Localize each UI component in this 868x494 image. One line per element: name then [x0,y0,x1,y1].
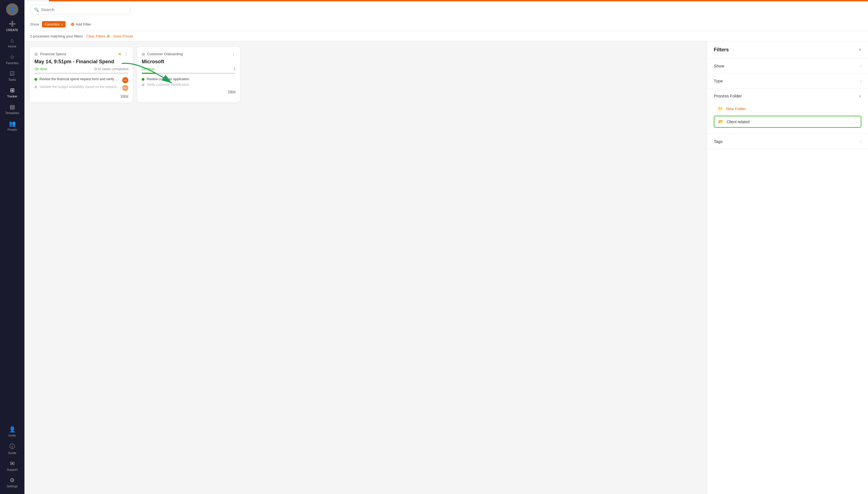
card-status-row: On time 0/10 tasks completed [34,67,128,71]
sidebar: 👤 ➕ CREATE ⌂ Home ☆ Favorites ☑ Tasks ⊞ … [0,0,24,494]
invite-icon: 👤 [9,426,16,433]
support-icon: ✉ [10,460,15,467]
sidebar-item-tasks[interactable]: ☑ Tasks [2,68,22,83]
sidebar-item-settings[interactable]: ⚙ Settings [2,475,22,490]
filter-row: Show Favorites × ⊕ Add Filter [30,18,863,31]
process-card: ⊞ Customer Onboarding ⋮ Microsoft On tim… [137,47,240,102]
progress-fill [142,73,156,74]
sidebar-item-label: Settings [7,484,18,488]
card-main-title: May 14, 9:51pm - Financial Spend [34,59,128,65]
sidebar-item-support[interactable]: ✉ Support [2,458,22,473]
tracker-icon: ⊞ [10,87,15,94]
folder-name: Client related [727,120,853,124]
card-actions: ⋮ [231,51,236,57]
filter-section-tags-header[interactable]: Tags › [707,134,868,149]
folder-arrow-icon: › [856,120,857,124]
filter-tag-close[interactable]: × [61,23,63,26]
card-process-icon: ⊞ [142,52,145,56]
progress-bar [34,73,128,74]
sidebar-item-label: CREATE [6,28,18,32]
sidebar-item-create[interactable]: ➕ CREATE [2,18,22,34]
filter-section-label: Show [714,63,724,68]
filter-section-tags: Tags › [707,134,868,149]
task-item: Validate the budget availability based o… [34,85,128,91]
filter-section-content: 📁 New Folder 📂 Client related › [707,103,868,134]
filter-section-type-header[interactable]: Type › [707,74,868,88]
task-status-dot [142,78,144,81]
close-filters-button[interactable]: × [858,47,861,53]
avatar[interactable]: 👤 [6,3,18,16]
more-options-icon[interactable]: ⋮ [231,51,236,57]
status-label: On time [142,67,155,71]
view-link[interactable]: View [228,89,236,94]
task-text: Review customer application [147,77,236,81]
card-status-row: On time 1 [142,67,236,71]
search-input[interactable] [41,7,126,12]
save-preset-label: Save Preset [113,34,133,38]
task-text: Validate the budget availability based o… [39,85,120,89]
more-options-icon[interactable]: ⋮ [124,51,128,57]
folder-new-icon: 📁 [718,106,723,111]
sidebar-item-invite[interactable]: 👤 Invite [2,424,22,439]
sidebar-item-guide[interactable]: ⓘ Guide [2,440,22,457]
card-title-row: ⊞ Financial Spend [34,52,66,56]
sidebar-item-favorites[interactable]: ☆ Favorites [2,51,22,67]
task-text: Verify customer identification [147,83,236,87]
search-bar[interactable]: 🔍 [30,5,130,15]
sidebar-item-label: Tasks [8,78,16,81]
folder-item-new[interactable]: 📁 New Folder [714,103,861,114]
filter-section-type: Type › [707,74,868,89]
templates-icon: ▤ [10,103,15,110]
folder-item-client-related[interactable]: 📂 Client related › [714,116,861,128]
view-link[interactable]: View [121,94,128,98]
progress-bar [142,73,236,74]
star-icon: ☆ [10,54,15,60]
add-filter-button[interactable]: ⊕ Add Filter [68,21,93,28]
card-actions: ★ ⋮ [118,51,128,57]
people-icon: 👥 [9,120,16,127]
filter-section-label: Process Folder [714,94,742,98]
chevron-down-icon: ∨ [858,94,861,98]
plus-icon: ⊕ [71,22,74,27]
filter-tag-label: Favorites [45,22,59,26]
task-item: Review the financial spend request form … [34,77,128,83]
status-label: On time [34,67,47,71]
filters-panel: Filters × Show › Type › Process [707,41,868,494]
folder-icon: 📂 [718,119,724,124]
search-icon: 🔍 [34,7,39,12]
task-item: Review customer application [142,77,236,81]
sidebar-item-label: Templates [5,111,19,115]
filter-section-show-header[interactable]: Show › [707,59,868,73]
content-wrapper: ⊞ Financial Spend ★ ⋮ May 14, 9:51pm - F… [24,41,868,494]
top-bar [49,0,868,1]
clear-filters-button[interactable]: Clear Filters ⊗ [86,34,110,38]
sidebar-item-label: Support [7,468,18,471]
star-icon[interactable]: ★ [118,51,122,57]
task-assignee-avatar: FA [122,85,128,91]
favorites-filter-tag[interactable]: Favorites × [42,21,66,27]
sidebar-item-tracker[interactable]: ⊞ Tracker [2,84,22,100]
card-footer: View [142,89,236,94]
save-preset-button[interactable]: Save Preset [113,34,133,38]
chevron-right-icon: › [860,64,861,68]
task-item: Verify customer identification [142,83,236,87]
tasks-icon: ☑ [10,70,15,77]
sidebar-item-people[interactable]: 👥 People [2,118,22,133]
folder-name: New Folder [726,107,746,111]
filter-section-process-folder-header[interactable]: Process Folder ∨ [707,89,868,103]
tasks-count: 1 [234,67,236,71]
task-status-dot [34,78,37,81]
clear-icon: ⊗ [107,34,110,38]
filter-section-process-folder: Process Folder ∨ 📁 New Folder 📂 Client r… [707,89,868,134]
results-text: 2 processes matching your filters [30,34,83,38]
sidebar-item-label: Home [8,45,16,48]
card-main-title: Microsoft [142,59,236,65]
sidebar-item-templates[interactable]: ▤ Templates [2,101,22,117]
sidebar-item-label: Favorites [6,61,18,65]
sidebar-item-home[interactable]: ⌂ Home [2,35,22,50]
home-icon: ⌂ [11,37,14,43]
sidebar-bottom: 👤 Invite ⓘ Guide ✉ Support ⚙ Settings [2,423,22,491]
filter-section-show: Show › [707,59,868,74]
card-subtitle: Customer Onboarding [147,52,183,56]
show-label: Show [30,22,39,26]
